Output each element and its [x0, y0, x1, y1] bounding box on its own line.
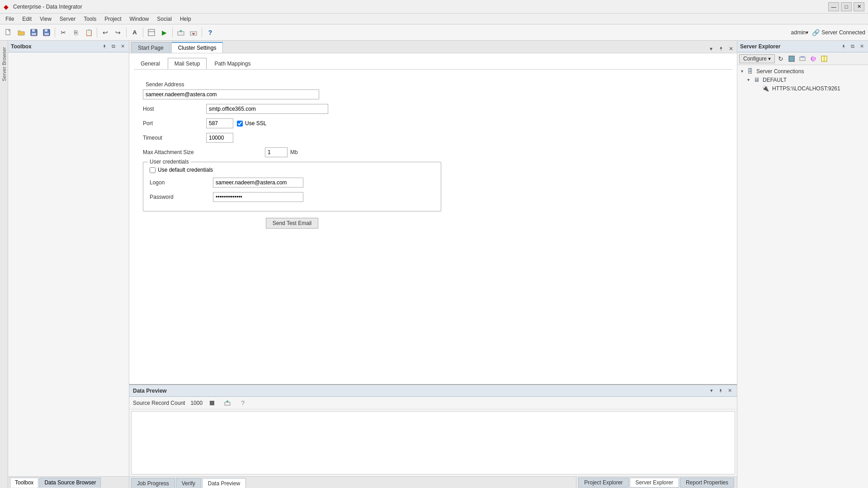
se-btn3[interactable]: S — [808, 54, 818, 64]
report-properties-tab[interactable]: Report Properties — [680, 478, 734, 488]
minimize-button[interactable]: — — [828, 2, 839, 11]
toolbox-header-controls: 🖈 ⧉ ✕ — [101, 43, 126, 50]
copy-button[interactable]: ⎘ — [70, 27, 82, 38]
se-pin-button[interactable]: 🖈 — [840, 43, 847, 50]
dp-help-button[interactable]: ? — [237, 397, 249, 409]
toolbox-close-button[interactable]: ✕ — [119, 43, 126, 50]
se-btn1[interactable] — [787, 54, 797, 64]
server-browser-vertical-tab[interactable]: Server Browser — [0, 44, 8, 84]
se-btn4[interactable] — [819, 54, 829, 64]
sender-address-input[interactable] — [143, 89, 319, 99]
send-test-email-button[interactable]: Send Test Email — [266, 218, 319, 229]
host-input[interactable] — [206, 104, 328, 114]
se-btn2[interactable] — [797, 54, 807, 64]
data-source-browser-tab[interactable]: Data Source Browser — [39, 478, 101, 488]
dp-close-button[interactable]: ✕ — [726, 387, 733, 394]
send-test-email-row: Send Test Email — [143, 218, 441, 229]
localhost-label: HTTPS:\\LOCALHOST:9261 — [772, 85, 840, 92]
tab-pin-button[interactable]: 🖈 — [717, 45, 725, 53]
close-button[interactable]: ✕ — [854, 2, 864, 11]
localhost-node[interactable]: 🔌 HTTPS:\\LOCALHOST:9261 — [739, 84, 866, 93]
new-button[interactable] — [3, 27, 14, 38]
menu-social[interactable]: Social — [153, 15, 175, 23]
mail-setup-tab[interactable]: Mail Setup — [168, 58, 207, 69]
data-preview-bottom-tab[interactable]: Data Preview — [202, 478, 246, 488]
admin-label: admin▾ — [791, 29, 809, 36]
svg-rect-6 — [44, 33, 49, 35]
use-default-credentials-checkbox[interactable] — [150, 167, 156, 173]
verify-tab[interactable]: Verify — [176, 478, 201, 488]
max-attachment-row: Max Attachment Size Mb — [143, 147, 441, 157]
data-preview-controls: ▾ 🖈 ✕ — [708, 387, 733, 394]
password-label: Password — [150, 194, 213, 200]
port-input[interactable] — [206, 118, 233, 128]
svg-rect-13 — [225, 402, 230, 405]
job-progress-tab[interactable]: Job Progress — [131, 478, 175, 488]
tab-close-button[interactable]: ✕ — [727, 45, 735, 53]
toolbox-tab[interactable]: Toolbox — [10, 478, 38, 488]
settings-sub-tabs: General Mail Setup Path Mappings — [134, 58, 732, 70]
menu-project[interactable]: Project — [101, 15, 125, 23]
layout-button[interactable] — [146, 27, 157, 38]
server-connections-node[interactable]: ▾ 🗄 Server Connections — [739, 67, 866, 75]
tab-collapse-button[interactable]: ▾ — [707, 45, 715, 53]
tab-bar-controls: ▾ 🖈 ✕ — [707, 45, 735, 53]
dp-export-button[interactable] — [222, 397, 233, 409]
menu-file[interactable]: File — [2, 15, 18, 23]
export-button[interactable] — [175, 27, 187, 38]
dp-pin-button[interactable]: 🖈 — [717, 387, 724, 394]
toolbox-pin-button[interactable]: 🖈 — [101, 43, 108, 50]
font-button[interactable]: A — [129, 27, 141, 38]
toolbox-undock-button[interactable]: ⧉ — [110, 43, 117, 50]
localhost-server-icon: 🔌 — [762, 85, 769, 92]
se-refresh-button[interactable]: ↻ — [776, 54, 786, 64]
default-node[interactable]: ▾ 🖥 DEFAULT — [739, 75, 866, 84]
project-explorer-tab[interactable]: Project Explorer — [578, 478, 628, 488]
cut-button[interactable]: ✂ — [57, 27, 69, 38]
se-close-button[interactable]: ✕ — [858, 43, 865, 50]
logon-input[interactable] — [213, 178, 303, 188]
title-bar-controls: — □ ✕ — [828, 2, 864, 11]
menu-edit[interactable]: Edit — [19, 15, 35, 23]
server-explorer-bottom-tab[interactable]: Server Explorer — [630, 478, 679, 488]
main-tab-bar: Start Page Cluster Settings ▾ 🖈 ✕ — [129, 41, 737, 53]
menu-window[interactable]: Window — [126, 15, 153, 23]
maximize-button[interactable]: □ — [841, 2, 852, 11]
svg-text:S: S — [812, 56, 816, 62]
toolbar-sep-2 — [97, 28, 97, 38]
undo-button[interactable]: ↩ — [99, 27, 111, 38]
se-undock-button[interactable]: ⧉ — [849, 43, 856, 50]
max-attachment-input[interactable] — [265, 147, 288, 157]
paste-button[interactable]: 📋 — [83, 27, 94, 38]
toolbar-right: admin▾ 🔗 Server Connected — [791, 29, 865, 36]
configure-button[interactable]: Configure ▾ — [739, 54, 775, 63]
save-button[interactable] — [28, 27, 40, 38]
logon-label: Logon — [150, 179, 213, 186]
bottom-section: Data Preview ▾ 🖈 ✕ Source Record Count 1… — [129, 384, 737, 488]
timeout-input[interactable] — [206, 133, 233, 143]
general-tab[interactable]: General — [134, 58, 167, 69]
use-ssl-label[interactable]: Use SSL — [245, 120, 266, 127]
use-ssl-row: Use SSL — [237, 120, 266, 127]
open-button[interactable] — [15, 27, 27, 38]
help-button[interactable]: ? — [204, 27, 216, 38]
left-vertical-sidebar: Server Browser — [0, 41, 8, 488]
redo-button[interactable]: ↪ — [112, 27, 124, 38]
menu-help[interactable]: Help — [176, 15, 195, 23]
dp-collapse-button[interactable]: ▾ — [708, 387, 715, 394]
menu-tools[interactable]: Tools — [80, 15, 100, 23]
dp-stop-button[interactable] — [206, 397, 218, 409]
cluster-settings-tab[interactable]: Cluster Settings — [171, 42, 223, 53]
title-bar: ◆ Centerprise - Data Integrator — □ ✕ — [0, 0, 868, 14]
use-default-credentials-label[interactable]: Use default credentials — [158, 167, 213, 173]
password-input[interactable] — [213, 192, 303, 202]
use-ssl-checkbox[interactable] — [237, 121, 243, 127]
menu-server[interactable]: Server — [56, 15, 79, 23]
menu-view[interactable]: View — [36, 15, 55, 23]
import-button[interactable] — [188, 27, 199, 38]
center-and-bottom: Start Page Cluster Settings ▾ 🖈 ✕ Genera… — [129, 41, 737, 488]
path-mappings-tab[interactable]: Path Mappings — [208, 58, 257, 69]
save-all-button[interactable] — [41, 27, 52, 38]
run-button[interactable]: ▶ — [158, 27, 170, 38]
start-page-tab[interactable]: Start Page — [131, 42, 170, 53]
